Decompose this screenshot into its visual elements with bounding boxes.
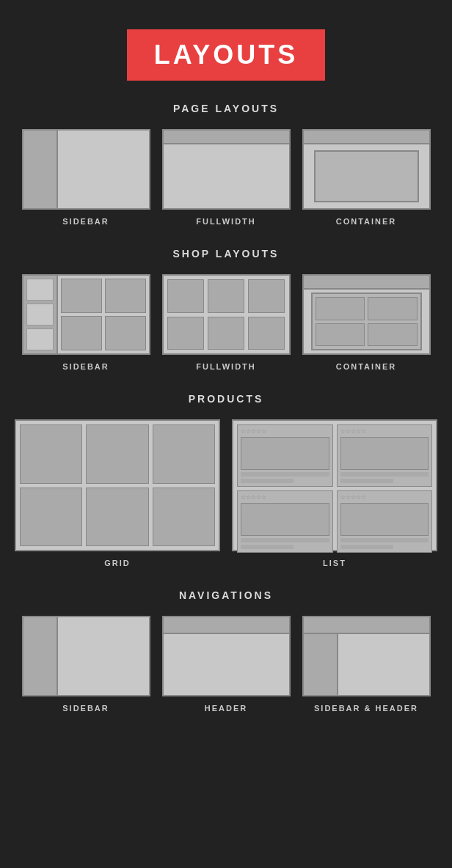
shop-sidebar-item[interactable]: SIDEBAR: [22, 274, 150, 371]
nav-header-label: HEADER: [205, 704, 247, 713]
nav-sidebar-header-item[interactable]: SIDEBAR & HEADER: [302, 616, 431, 713]
products-grid-item[interactable]: GRID: [15, 419, 220, 567]
shop-layouts-grid: SIDEBAR FULLWIDTH: [0, 274, 452, 371]
page-fullwidth-item[interactable]: FULLWIDTH: [162, 129, 291, 226]
products-list-item[interactable]: ☆☆☆☆☆ ☆☆☆☆☆ ☆☆☆☆☆: [232, 419, 437, 567]
nav-sidebar-header-thumb: [302, 616, 431, 696]
page-sidebar-label: SIDEBAR: [62, 217, 109, 226]
shop-container-item[interactable]: CONTAINER: [302, 274, 431, 371]
products-list-label: LIST: [323, 559, 346, 567]
products-grid-thumb: [15, 419, 220, 551]
products-grid-label: GRID: [104, 559, 131, 567]
navigations-section: NAVIGATIONS SIDEBAR HEADER: [0, 589, 452, 713]
nav-sidebar-item[interactable]: SIDEBAR: [22, 616, 150, 713]
products-section: PRODUCTS GRID ☆☆☆☆☆: [0, 393, 452, 567]
nav-sidebar-label: SIDEBAR: [62, 704, 109, 713]
navigations-grid: SIDEBAR HEADER: [0, 616, 452, 713]
shop-layouts-section: SHOP LAYOUTS: [0, 248, 452, 371]
nav-header-thumb: [162, 616, 291, 696]
shop-fullwidth-label: FULLWIDTH: [196, 362, 256, 371]
nav-header-item[interactable]: HEADER: [162, 616, 291, 713]
shop-container-label: CONTAINER: [336, 362, 397, 371]
shop-layouts-title: SHOP LAYOUTS: [173, 248, 280, 260]
products-grid-container: GRID ☆☆☆☆☆ ☆☆☆☆☆: [0, 419, 452, 567]
page-container-label: CONTAINER: [336, 217, 397, 226]
page-layouts-grid: SIDEBAR FULLWIDTH CONTAINER: [0, 129, 452, 226]
page-sidebar-thumb: [22, 129, 150, 210]
page-sidebar-item[interactable]: SIDEBAR: [22, 129, 150, 226]
page-fullwidth-thumb: [162, 129, 291, 210]
nav-sidebar-header-label: SIDEBAR & HEADER: [314, 704, 418, 713]
products-list-thumb: ☆☆☆☆☆ ☆☆☆☆☆ ☆☆☆☆☆: [232, 419, 437, 551]
page-fullwidth-label: FULLWIDTH: [196, 217, 256, 226]
page-layouts-section: PAGE LAYOUTS SIDEBAR FULLWIDTH: [0, 103, 452, 226]
shop-fullwidth-thumb: [162, 274, 291, 355]
products-title: PRODUCTS: [189, 393, 264, 405]
page-title: LAYOUTS: [149, 40, 303, 70]
page-container-item[interactable]: CONTAINER: [302, 129, 431, 226]
shop-container-thumb: [302, 274, 431, 355]
page-layouts-title: PAGE LAYOUTS: [173, 103, 279, 114]
shop-fullwidth-item[interactable]: FULLWIDTH: [162, 274, 291, 371]
page-container-thumb: [302, 129, 431, 210]
navigations-title: NAVIGATIONS: [179, 589, 273, 601]
nav-sidebar-thumb: [22, 616, 150, 696]
title-banner: LAYOUTS: [127, 29, 325, 81]
shop-sidebar-thumb: [22, 274, 150, 355]
shop-sidebar-label: SIDEBAR: [62, 362, 109, 371]
